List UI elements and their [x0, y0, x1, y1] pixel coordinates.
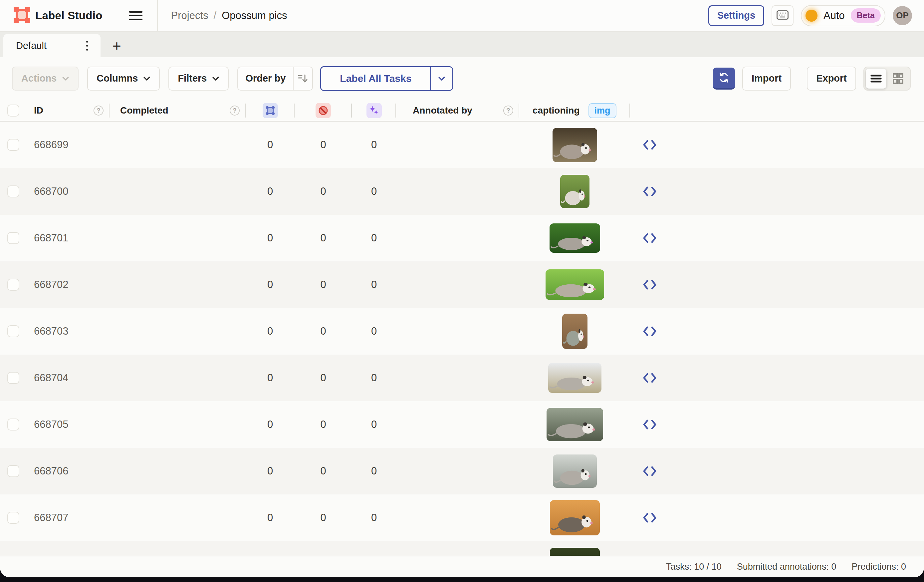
breadcrumb-separator: / — [214, 10, 217, 21]
row-checkbox[interactable] — [7, 512, 19, 524]
task-thumbnail[interactable] — [553, 128, 597, 162]
tasks-count: Tasks: 10 / 10 — [666, 562, 722, 572]
task-thumbnail[interactable] — [550, 548, 600, 556]
header-predictions-cell — [352, 99, 396, 122]
row-id-cell: 668700 — [26, 168, 109, 215]
row-checkbox[interactable] — [7, 465, 19, 477]
task-thumbnail[interactable] — [550, 500, 600, 536]
annotated-by-cell — [396, 355, 519, 401]
auto-label: Auto — [823, 10, 845, 21]
task-thumbnail[interactable] — [546, 408, 603, 441]
chevron-down-icon — [438, 76, 446, 81]
row-spacer-cell — [669, 401, 924, 448]
row-checkbox[interactable] — [7, 185, 19, 197]
annotated-by-help-icon[interactable]: ? — [503, 106, 513, 116]
source-code-icon[interactable] — [642, 279, 657, 290]
row-checkbox[interactable] — [7, 418, 19, 430]
table-header: ID ? Completed ? — [0, 99, 924, 122]
table-row[interactable]: 668699 0 0 0 — [0, 122, 924, 168]
table-row[interactable]: 668705 0 0 0 — [0, 401, 924, 448]
toolbar-right-group: Import Export — [713, 66, 911, 91]
header-annotated-by-cell: Annotated by ? — [396, 99, 519, 122]
table-row[interactable]: 668706 0 0 0 — [0, 448, 924, 494]
list-view-icon — [870, 74, 882, 83]
hamburger-menu-icon[interactable] — [129, 10, 142, 21]
cancelled-annotations-icon[interactable] — [315, 103, 331, 118]
sort-icon — [298, 74, 308, 83]
cancelled-count: 0 — [295, 122, 352, 168]
columns-dropdown[interactable]: Columns — [87, 66, 160, 91]
order-by-button[interactable]: Order by — [238, 67, 293, 90]
source-code-icon[interactable] — [642, 372, 657, 383]
task-thumbnail[interactable] — [553, 455, 597, 488]
source-code-icon[interactable] — [642, 513, 657, 523]
brand[interactable]: Label Studio — [13, 7, 102, 24]
row-spacer-cell — [669, 261, 924, 308]
source-code-icon[interactable] — [642, 419, 657, 430]
source-code-icon[interactable] — [642, 139, 657, 150]
row-checkbox[interactable] — [7, 232, 19, 244]
table-row[interactable]: 668701 0 0 0 — [0, 215, 924, 261]
label-all-tasks-dropdown[interactable] — [430, 67, 452, 90]
table-row[interactable]: 668704 0 0 0 — [0, 355, 924, 401]
annotations-count: 0 — [246, 355, 295, 401]
actions-dropdown[interactable]: Actions — [12, 66, 79, 91]
table-row[interactable] — [0, 541, 924, 556]
chevron-down-icon — [143, 76, 150, 81]
user-avatar[interactable]: OP — [893, 6, 912, 25]
row-checkbox[interactable] — [7, 139, 19, 151]
source-cell — [630, 261, 669, 308]
row-spacer-cell — [669, 494, 924, 541]
list-view-button[interactable] — [866, 69, 886, 89]
id-column-label: ID — [34, 105, 43, 116]
auto-toggle[interactable]: Auto Beta — [801, 5, 885, 26]
keyboard-icon — [777, 10, 789, 21]
row-checkbox[interactable] — [7, 279, 19, 291]
tab-default[interactable]: Default — [3, 34, 101, 57]
table-row[interactable]: 668702 0 0 0 — [0, 261, 924, 308]
export-button[interactable]: Export — [807, 66, 856, 91]
breadcrumb-projects-link[interactable]: Projects — [171, 10, 208, 21]
annotations-icon[interactable] — [262, 103, 278, 118]
captioning-cell — [519, 448, 630, 494]
captioning-cell — [519, 355, 630, 401]
predictions-icon[interactable] — [366, 103, 382, 118]
predictions-count — [352, 541, 396, 556]
source-code-icon[interactable] — [642, 466, 657, 476]
row-checkbox[interactable] — [7, 325, 19, 337]
filters-dropdown[interactable]: Filters — [168, 66, 229, 91]
predictions-count: 0 — [352, 168, 396, 215]
id-help-icon[interactable]: ? — [94, 106, 104, 116]
table-row[interactable]: 668703 0 0 0 — [0, 308, 924, 355]
table-row[interactable]: 668707 0 0 0 — [0, 494, 924, 541]
refresh-button[interactable] — [713, 68, 735, 89]
task-thumbnail[interactable] — [548, 363, 601, 393]
task-thumbnail[interactable] — [549, 223, 600, 253]
completed-cell — [109, 494, 246, 541]
source-code-icon[interactable] — [642, 186, 657, 197]
select-all-checkbox[interactable] — [7, 104, 19, 117]
settings-button[interactable]: Settings — [708, 5, 764, 26]
task-thumbnail[interactable] — [560, 175, 589, 208]
tab-options-kebab-icon[interactable] — [82, 39, 92, 52]
task-id: 668699 — [26, 139, 68, 151]
row-spacer-cell — [669, 215, 924, 261]
task-thumbnail[interactable] — [546, 270, 604, 300]
sort-direction-button[interactable] — [293, 67, 312, 90]
source-code-icon[interactable] — [642, 326, 657, 337]
row-checkbox[interactable] — [7, 372, 19, 384]
predictions-count-status: Predictions: 0 — [851, 562, 906, 572]
task-thumbnail[interactable] — [562, 314, 587, 349]
captioning-cell — [519, 541, 630, 556]
completed-cell — [109, 401, 246, 448]
table-row[interactable]: 668700 0 0 0 — [0, 168, 924, 215]
import-button[interactable]: Import — [742, 66, 791, 91]
source-code-icon[interactable] — [642, 233, 657, 243]
add-tab-button[interactable]: + — [112, 39, 121, 53]
source-cell — [630, 215, 669, 261]
completed-cell — [109, 541, 246, 556]
keyboard-shortcuts-button[interactable] — [772, 5, 794, 26]
label-all-tasks-button[interactable]: Label All Tasks — [321, 67, 430, 90]
completed-help-icon[interactable]: ? — [230, 106, 240, 116]
grid-view-button[interactable] — [888, 69, 908, 89]
